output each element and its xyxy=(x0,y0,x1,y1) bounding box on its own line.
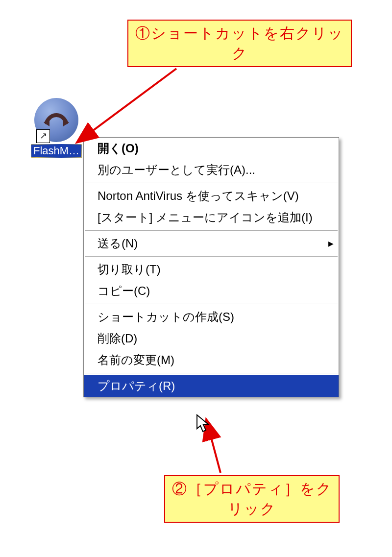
desktop-shortcut[interactable]: ↗ FlashM… xyxy=(29,98,83,158)
menu-delete[interactable]: 削除(D) xyxy=(84,328,339,349)
menu-separator xyxy=(85,373,338,373)
menu-separator xyxy=(85,256,338,257)
shortcut-label: FlashM… xyxy=(31,144,82,158)
menu-rename[interactable]: 名前の変更(M) xyxy=(84,349,339,371)
menu-send-to[interactable]: 送る(N) xyxy=(84,233,339,254)
menu-open[interactable]: 開く(O) xyxy=(84,138,339,159)
menu-separator xyxy=(85,183,338,183)
menu-norton-scan[interactable]: Norton AntiVirus を使ってスキャン(V) xyxy=(84,185,339,207)
callout-step-2: ②［プロパティ］をクリック xyxy=(164,475,340,523)
shortcut-overlay-icon: ↗ xyxy=(36,129,50,143)
callout-step-1: ①ショートカットを右クリック xyxy=(127,20,352,67)
menu-separator xyxy=(85,304,338,304)
menu-copy[interactable]: コピー(C) xyxy=(84,280,339,302)
cursor-icon xyxy=(196,414,211,434)
context-menu: 開く(O) 別のユーザーとして実行(A)... Norton AntiVirus… xyxy=(83,137,339,397)
flash-f-icon: ↗ xyxy=(34,98,78,142)
svg-line-3 xyxy=(91,69,176,132)
svg-marker-5 xyxy=(197,415,209,432)
menu-run-as[interactable]: 別のユーザーとして実行(A)... xyxy=(84,159,339,181)
svg-line-4 xyxy=(211,436,220,473)
menu-cut[interactable]: 切り取り(T) xyxy=(84,259,339,280)
menu-pin-start[interactable]: [スタート] メニューにアイコンを追加(I) xyxy=(84,207,339,228)
menu-properties[interactable]: プロパティ(R) xyxy=(84,375,339,397)
menu-create-shortcut[interactable]: ショートカットの作成(S) xyxy=(84,306,339,328)
menu-separator xyxy=(85,230,338,231)
